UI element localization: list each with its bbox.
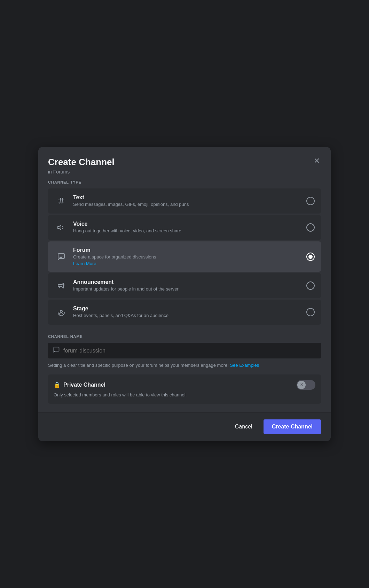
channel-announcement-info: Announcement Important updates for peopl…	[73, 279, 304, 292]
channel-text-desc: Send messages, images, GIFs, emoji, opin…	[73, 201, 304, 208]
private-channel-desc: Only selected members and roles will be …	[54, 392, 315, 398]
close-icon: ✕	[314, 156, 320, 165]
channel-stage-info: Stage Host events, panels, and Q&As for …	[73, 305, 304, 319]
channel-forum-desc: Create a space for organized discussions	[73, 254, 304, 260]
channel-text-radio[interactable]	[306, 197, 315, 205]
modal-wrapper: Create Channel in Forums ✕ CHANNEL TYPE	[35, 0, 334, 588]
channel-name-section: CHANNEL NAME Setting a clear title and s…	[48, 334, 321, 369]
channel-name-icon	[53, 346, 60, 355]
create-channel-button[interactable]: Create Channel	[264, 419, 321, 434]
modal-subtitle: in Forums	[48, 169, 321, 175]
channel-text-name: Text	[73, 194, 304, 201]
megaphone-icon	[54, 279, 68, 293]
toggle-x-icon: ✕	[300, 382, 303, 387]
channel-type-label: CHANNEL TYPE	[48, 180, 321, 184]
private-channel-title: 🔒 Private Channel	[54, 381, 105, 388]
modal-title: Create Channel	[48, 157, 321, 168]
close-button[interactable]: ✕	[311, 155, 322, 167]
toggle-knob: ✕	[297, 381, 306, 389]
channel-forum-name: Forum	[73, 247, 304, 253]
svg-point-0	[60, 310, 62, 312]
channel-type-voice[interactable]: Voice Hang out together with voice, vide…	[48, 215, 321, 240]
lock-icon: 🔒	[54, 381, 61, 388]
private-channel-section: 🔒 Private Channel ✕ Only selected member…	[48, 374, 321, 404]
channel-voice-radio[interactable]	[306, 223, 315, 232]
create-channel-modal: Create Channel in Forums ✕ CHANNEL TYPE	[38, 147, 331, 441]
channel-stage-desc: Host events, panels, and Q&As for an aud…	[73, 312, 304, 319]
private-channel-toggle[interactable]: ✕	[297, 380, 315, 390]
modal-footer: Cancel Create Channel	[38, 412, 331, 441]
channel-types-list: Text Send messages, images, GIFs, emoji,…	[48, 188, 321, 325]
channel-announcement-radio[interactable]	[306, 281, 315, 290]
channel-type-text[interactable]: Text Send messages, images, GIFs, emoji,…	[48, 188, 321, 214]
channel-announcement-name: Announcement	[73, 279, 304, 285]
channel-voice-name: Voice	[73, 221, 304, 227]
channel-text-info: Text Send messages, images, GIFs, emoji,…	[73, 194, 304, 208]
learn-more-link[interactable]: Learn More	[73, 261, 304, 266]
hash-icon	[54, 194, 68, 208]
see-examples-link[interactable]: See Examples	[230, 363, 259, 368]
channel-announcement-desc: Important updates for people in and out …	[73, 286, 304, 292]
channel-forum-info: Forum Create a space for organized discu…	[73, 247, 304, 266]
channel-name-hint: Setting a clear title and specific purpo…	[48, 362, 321, 369]
private-channel-header: 🔒 Private Channel ✕	[54, 380, 315, 390]
channel-voice-desc: Hang out together with voice, video, and…	[73, 228, 304, 234]
channel-type-stage[interactable]: Stage Host events, panels, and Q&As for …	[48, 300, 321, 325]
channel-stage-name: Stage	[73, 305, 304, 312]
channel-type-forum[interactable]: Forum Create a space for organized discu…	[48, 241, 321, 272]
modal-header: Create Channel in Forums ✕	[38, 147, 331, 180]
channel-voice-info: Voice Hang out together with voice, vide…	[73, 221, 304, 234]
forum-icon	[54, 250, 68, 264]
speaker-icon	[54, 220, 68, 234]
channel-name-input[interactable]	[63, 348, 316, 354]
channel-stage-radio[interactable]	[306, 308, 315, 316]
cancel-button[interactable]: Cancel	[229, 420, 258, 433]
channel-type-announcement[interactable]: Announcement Important updates for peopl…	[48, 273, 321, 298]
channel-forum-radio[interactable]	[306, 253, 315, 261]
modal-body: CHANNEL TYPE Text Send messages, images,…	[38, 180, 331, 412]
stage-icon	[54, 305, 68, 319]
channel-name-label: CHANNEL NAME	[48, 334, 321, 339]
channel-name-input-wrapper	[48, 343, 321, 358]
